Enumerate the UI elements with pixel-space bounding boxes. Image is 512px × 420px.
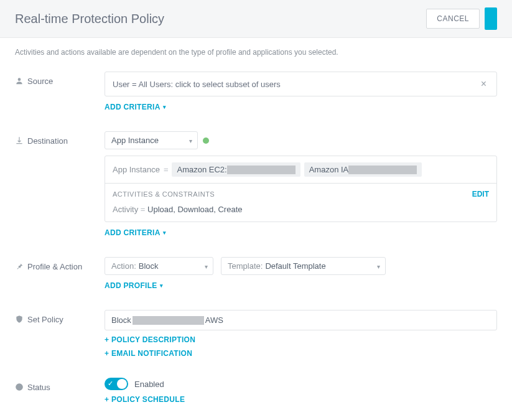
- section-profile-action: Profile & Action Action: Block Template:…: [0, 247, 512, 300]
- add-criteria-destination-label: ADD CRITERIA: [105, 228, 161, 237]
- section-label-status: Status: [15, 378, 95, 404]
- activities-header: ACTIVITIES & CONSTRAINTS: [113, 190, 472, 198]
- destination-type-value: App Instance: [111, 136, 159, 145]
- set-policy-label-text: Set Policy: [27, 315, 63, 324]
- add-profile-label: ADD PROFILE: [105, 281, 157, 290]
- svg-point-0: [18, 78, 21, 81]
- section-label-profile: Profile & Action: [15, 257, 95, 290]
- status-label-text: Status: [27, 383, 50, 392]
- save-button[interactable]: [485, 7, 497, 30]
- cancel-button[interactable]: CANCEL: [426, 9, 480, 29]
- template-key: Template:: [228, 261, 263, 271]
- dependency-note: Activities and actions available are dep…: [0, 38, 512, 62]
- template-select[interactable]: Template: Default Template: [221, 257, 386, 275]
- action-select[interactable]: Action: Block: [105, 257, 213, 275]
- add-profile-link[interactable]: ADD PROFILE ▾: [105, 281, 163, 290]
- shield-check-icon: [15, 315, 24, 324]
- clear-source-icon[interactable]: ×: [478, 78, 489, 90]
- separator: =: [164, 165, 169, 174]
- separator: =: [141, 205, 147, 214]
- chevron-down-icon: ▾: [160, 282, 163, 289]
- toggle-knob: [117, 379, 127, 389]
- header-actions: CANCEL: [426, 7, 497, 30]
- activity-value: Upload, Download, Create: [147, 205, 242, 214]
- redacted-block: [133, 316, 204, 325]
- policy-description-link[interactable]: + POLICY DESCRIPTION: [105, 335, 497, 344]
- status-enabled-label: Enabled: [134, 380, 164, 389]
- svg-point-1: [16, 383, 23, 391]
- redacted-block: [348, 166, 417, 174]
- chip1-text: Amazon EC2:: [177, 165, 226, 174]
- chevron-down-icon: ▾: [163, 230, 166, 236]
- add-criteria-source-label: ADD CRITERIA: [105, 103, 161, 111]
- section-source: Source User = All Users: click to select…: [0, 62, 512, 121]
- action-value: Block: [139, 261, 159, 271]
- policy-name-suffix: AWS: [205, 315, 223, 325]
- email-notification-link[interactable]: + EMAIL NOTIFICATION: [105, 349, 497, 358]
- section-destination: Destination App Instance App Instance = …: [0, 121, 512, 247]
- source-label-text: Source: [27, 77, 53, 86]
- profile-label-text: Profile & Action: [27, 262, 82, 271]
- section-set-policy: Set Policy Block AWS + POLICY DESCRIPTIO…: [0, 300, 512, 368]
- pin-icon: [15, 262, 24, 271]
- redacted-block: [227, 166, 296, 174]
- template-value: Default Template: [265, 261, 325, 271]
- destination-type-select[interactable]: App Instance: [105, 131, 198, 149]
- app-instance-row: App Instance = Amazon EC2: Amazon IA: [105, 156, 496, 183]
- status-dot-icon: [203, 138, 209, 144]
- add-criteria-destination[interactable]: ADD CRITERIA ▾: [105, 228, 166, 237]
- chip2-text: Amazon IA: [309, 165, 349, 174]
- status-toggle[interactable]: ✓: [105, 378, 128, 390]
- policy-name-prefix: Block: [111, 315, 131, 325]
- policy-schedule-link[interactable]: + POLICY SCHEDULE: [105, 395, 185, 404]
- source-field[interactable]: User = All Users: click to select subset…: [105, 72, 497, 96]
- chevron-down-icon: ▾: [163, 104, 166, 110]
- app-instance-chip-2[interactable]: Amazon IA: [304, 162, 422, 177]
- destination-icon: [15, 136, 24, 145]
- destination-label-text: Destination: [27, 136, 68, 146]
- activities-header-row: ACTIVITIES & CONSTRAINTS EDIT: [105, 183, 496, 205]
- header-bar: Real-time Protection Policy CANCEL: [0, 0, 512, 38]
- section-label-set-policy: Set Policy: [15, 310, 95, 358]
- user-icon: [15, 77, 24, 85]
- section-label-destination: Destination: [15, 131, 95, 237]
- check-circle-icon: [15, 383, 24, 391]
- section-status: Status ✓ Enabled + POLICY SCHEDULE: [0, 368, 512, 414]
- app-instance-key: App Instance: [113, 165, 160, 174]
- action-key: Action:: [111, 261, 136, 271]
- edit-activities-link[interactable]: EDIT: [472, 190, 489, 198]
- section-label-source: Source: [15, 72, 95, 111]
- check-icon: ✓: [108, 380, 113, 388]
- add-criteria-source[interactable]: ADD CRITERIA ▾: [105, 103, 166, 111]
- policy-name-input[interactable]: Block AWS: [105, 310, 497, 330]
- destination-detail-box: App Instance = Amazon EC2: Amazon IA ACT…: [105, 156, 497, 222]
- activity-row: Activity = Upload, Download, Create: [105, 205, 496, 222]
- page-title: Real-time Protection Policy: [15, 12, 164, 26]
- app-instance-chip-1[interactable]: Amazon EC2:: [172, 162, 300, 177]
- activity-key: Activity: [113, 205, 138, 214]
- source-field-text: User = All Users: click to select subset…: [113, 80, 478, 89]
